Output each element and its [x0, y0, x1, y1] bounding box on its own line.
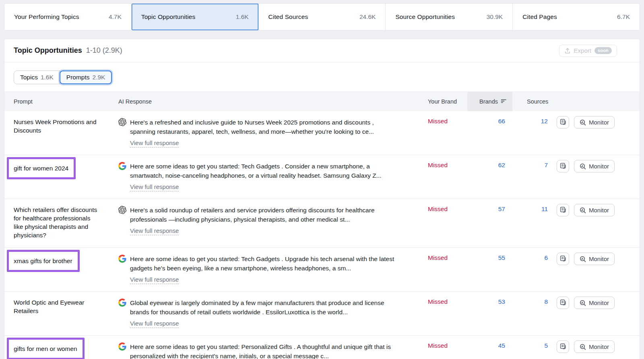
view-full-response-link[interactable]: View full response	[130, 183, 179, 191]
ai-response-text: Here are some ideas to get you started: …	[130, 163, 382, 179]
table-row: xmas gifts for brother Here are some ide…	[4, 248, 640, 292]
row-actions: Monitor	[557, 336, 640, 359]
column-header-brands-sorted[interactable]: Brands	[467, 92, 512, 111]
monitor-button[interactable]: Monitor	[574, 340, 615, 353]
monitor-magnifier-icon	[580, 344, 586, 350]
table-row: World Optic and Eyewear Retailers Global…	[4, 292, 640, 336]
sources-count-link[interactable]: 7	[544, 162, 548, 168]
your-brand-status: Missed	[423, 248, 467, 291]
google-icon	[118, 162, 126, 170]
view-full-response-link[interactable]: View full response	[130, 139, 179, 147]
prompt-text-highlight-box: gifts for men or women	[7, 338, 85, 359]
row-actions: Monitor	[557, 155, 640, 199]
google-icon	[118, 255, 126, 263]
report-tabbar: Your Performing Topics 4.7K Topic Opport…	[4, 3, 640, 31]
report-tab-topic-opportunities[interactable]: Topic Opportunities 1.6K	[132, 4, 259, 30]
brands-header-label: Brands	[479, 98, 498, 105]
table-row: gift for women 2024 Here are some ideas …	[4, 155, 640, 199]
page-title: Topic Opportunities	[14, 46, 82, 55]
google-icon	[118, 342, 126, 351]
monitor-label: Monitor	[589, 207, 609, 214]
toggle-label: Topics	[20, 74, 38, 81]
sources-count-link[interactable]: 8	[544, 298, 548, 305]
prompt-text: World Optic and Eyewear Retailers	[14, 299, 84, 314]
monitor-button[interactable]: Monitor	[574, 253, 615, 265]
export-label: Export	[574, 47, 591, 54]
tab-count: 6.7K	[617, 13, 630, 21]
monitor-label: Monitor	[589, 255, 609, 262]
export-button[interactable]: Export soon	[559, 45, 617, 57]
ai-response-cell: Here's a refreshed and inclusive guide t…	[109, 111, 423, 155]
tab-count: 4.7K	[109, 13, 122, 21]
monitor-label: Monitor	[589, 163, 609, 170]
brands-count-link[interactable]: 55	[498, 254, 505, 261]
copy-response-button[interactable]	[557, 116, 569, 129]
tab-label: Topic Opportunities	[141, 13, 196, 21]
sources-count-link[interactable]: 6	[544, 254, 548, 261]
google-icon	[118, 299, 126, 307]
prompts-table-body: Nurses Week Promotions and Discounts Her…	[4, 111, 640, 359]
toggle-prompts[interactable]: Prompts 2.9K	[60, 71, 112, 84]
toggle-count: 1.6K	[41, 74, 54, 81]
brands-count-link[interactable]: 53	[498, 298, 505, 305]
monitor-button[interactable]: Monitor	[574, 204, 615, 216]
view-full-response-link[interactable]: View full response	[130, 276, 179, 284]
monitor-button[interactable]: Monitor	[574, 297, 615, 309]
sources-count-link[interactable]: 5	[544, 342, 548, 349]
column-header-your-brand: Your Brand	[423, 92, 467, 111]
your-brand-status: Missed	[423, 292, 467, 335]
tab-label: Your Performing Topics	[14, 13, 79, 21]
ai-response-cell: Here's a solid roundup of retailers and …	[109, 199, 423, 247]
report-tab-source-opportunities[interactable]: Source Opportunities 30.9K	[386, 4, 513, 30]
table-row: Which retailers offer discounts for heal…	[4, 199, 640, 248]
prompt-cell: World Optic and Eyewear Retailers	[4, 292, 109, 335]
monitor-button[interactable]: Monitor	[574, 116, 615, 129]
row-actions: Monitor	[557, 292, 640, 335]
prompt-cell: xmas gifts for brother	[4, 248, 109, 291]
copy-response-button[interactable]	[557, 297, 569, 309]
copy-response-button[interactable]	[557, 340, 569, 353]
copy-response-icon	[559, 206, 566, 214]
column-header-sources: Sources	[512, 92, 557, 111]
brands-count-link[interactable]: 62	[498, 162, 505, 168]
topic-opportunities-card: Topic Opportunities 1-10 (2.9K) Export s…	[4, 39, 640, 359]
topics-prompts-toggle: Topics 1.6K Prompts 2.9K	[4, 62, 640, 91]
column-header-ai-response: AI Response	[109, 92, 423, 111]
report-tab-cited-sources[interactable]: Cited Sources 24.6K	[259, 4, 386, 30]
prompt-cell: Which retailers offer discounts for heal…	[4, 199, 109, 247]
sources-count-link[interactable]: 11	[541, 205, 548, 212]
report-tab-your-performing-topics[interactable]: Your Performing Topics 4.7K	[4, 4, 132, 30]
tab-label: Source Opportunities	[395, 13, 455, 21]
table-row: Nurses Week Promotions and Discounts Her…	[4, 111, 640, 155]
ai-response-text: Here's a refreshed and inclusive guide t…	[130, 119, 374, 135]
openai-icon	[118, 118, 126, 126]
table-row: gifts for men or women Here are some ide…	[4, 336, 640, 359]
report-tab-cited-pages[interactable]: Cited Pages 6.7K	[513, 4, 640, 30]
ai-response-cell: Global eyewear is largely dominated by a…	[109, 292, 423, 335]
view-full-response-link[interactable]: View full response	[130, 227, 179, 235]
monitor-magnifier-icon	[580, 119, 586, 126]
sources-count-link[interactable]: 12	[541, 118, 548, 125]
copy-response-button[interactable]	[557, 160, 569, 172]
copy-response-button[interactable]	[557, 253, 569, 265]
monitor-label: Monitor	[589, 343, 609, 350]
brands-count-link[interactable]: 45	[498, 342, 505, 349]
ai-response-cell: Here are some ideas to get you started: …	[109, 248, 423, 291]
your-brand-status: Missed	[423, 199, 467, 247]
brands-count-link[interactable]: 57	[498, 205, 505, 212]
copy-response-button[interactable]	[557, 204, 569, 216]
toggle-count: 2.9K	[93, 74, 105, 81]
copy-response-icon	[559, 118, 566, 127]
toggle-topics[interactable]: Topics 1.6K	[14, 71, 60, 84]
ai-response-text: Here are some ideas to get you started: …	[130, 255, 394, 272]
brands-count-link[interactable]: 66	[498, 118, 505, 125]
monitor-label: Monitor	[589, 119, 609, 126]
prompt-text: Which retailers offer discounts for heal…	[14, 206, 97, 239]
row-actions: Monitor	[557, 111, 640, 155]
openai-icon	[118, 206, 126, 214]
ai-response-cell: Here are some ideas to get you started: …	[109, 155, 423, 199]
tab-count: 1.6K	[236, 13, 249, 21]
tab-count: 30.9K	[487, 13, 503, 21]
view-full-response-link[interactable]: View full response	[130, 320, 179, 328]
monitor-button[interactable]: Monitor	[574, 160, 615, 172]
